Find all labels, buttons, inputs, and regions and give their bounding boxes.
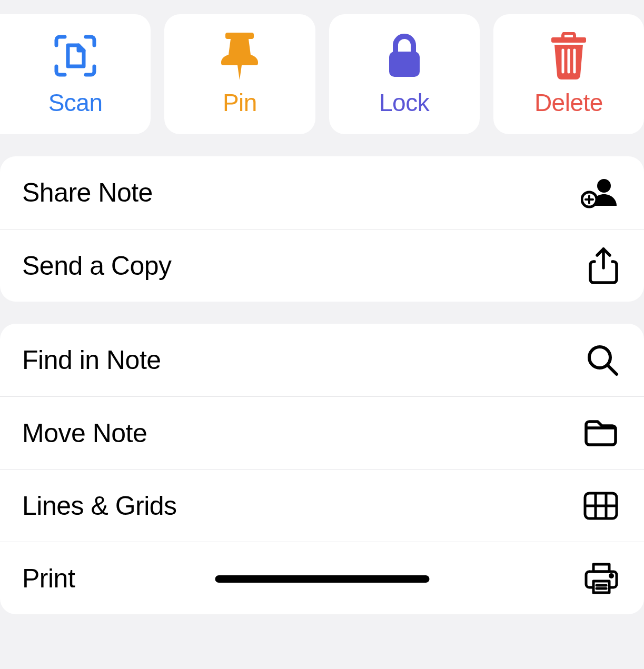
- grid-icon: [583, 491, 619, 521]
- pin-icon: [221, 32, 258, 80]
- svg-rect-1: [551, 37, 586, 43]
- lines-grids-label: Lines & Grids: [22, 491, 177, 521]
- trash-icon: [547, 32, 590, 80]
- folder-icon: [583, 418, 619, 448]
- svg-rect-17: [593, 581, 609, 593]
- pin-button[interactable]: Pin: [164, 14, 315, 134]
- delete-button[interactable]: Delete: [493, 14, 644, 134]
- find-in-note-row[interactable]: Find in Note: [0, 324, 644, 396]
- share-note-row[interactable]: Share Note: [0, 156, 644, 229]
- send-copy-row[interactable]: Send a Copy: [0, 229, 644, 302]
- svg-point-5: [597, 179, 611, 193]
- search-icon: [586, 344, 619, 376]
- lock-icon: [386, 32, 423, 80]
- send-copy-label: Send a Copy: [22, 251, 172, 281]
- share-group: Share Note Send a Copy: [0, 156, 644, 302]
- quick-actions-row: Scan Pin Lock: [0, 0, 644, 134]
- lines-grids-row[interactable]: Lines & Grids: [0, 469, 644, 542]
- pin-label: Pin: [223, 88, 257, 117]
- home-indicator[interactable]: [215, 575, 429, 583]
- svg-line-10: [608, 366, 617, 374]
- lock-button[interactable]: Lock: [329, 14, 480, 134]
- move-note-label: Move Note: [22, 418, 147, 448]
- svg-point-20: [610, 574, 613, 577]
- delete-label: Delete: [534, 88, 603, 117]
- options-group: Find in Note Move Note Lines & Grids: [0, 324, 644, 614]
- scan-button[interactable]: Scan: [0, 14, 151, 134]
- find-in-note-label: Find in Note: [22, 345, 161, 375]
- share-icon: [588, 247, 619, 285]
- share-note-label: Share Note: [22, 177, 153, 208]
- scan-icon: [53, 32, 97, 80]
- move-note-row[interactable]: Move Note: [0, 396, 644, 469]
- svg-rect-0: [389, 52, 420, 77]
- print-label: Print: [22, 563, 75, 594]
- printer-icon: [584, 562, 619, 595]
- scan-label: Scan: [48, 88, 103, 117]
- add-person-icon: [581, 176, 619, 209]
- lock-label: Lock: [379, 88, 429, 117]
